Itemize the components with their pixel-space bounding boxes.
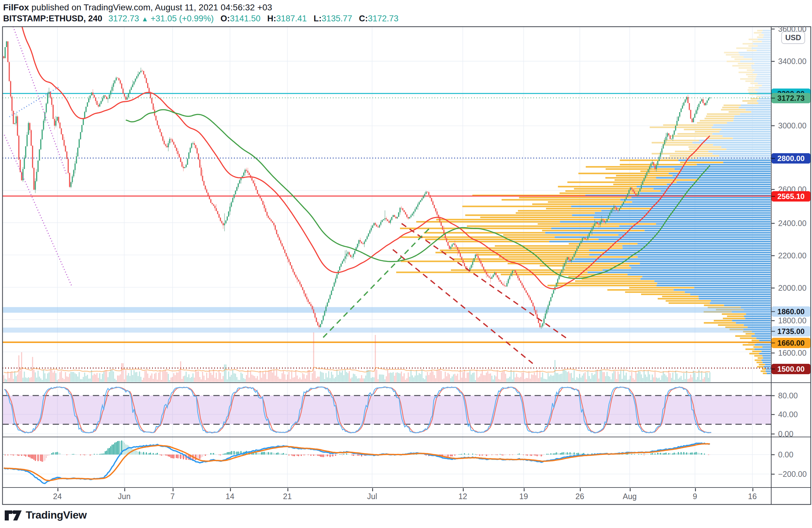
tradingview-published-chart: FilFox published on TradingView.com, Aug… bbox=[0, 0, 812, 528]
stoch-tick-label: 0.00 bbox=[771, 429, 811, 439]
last-price: 3172.73 bbox=[108, 14, 139, 23]
stoch-tick-label: 80.00 bbox=[771, 390, 811, 401]
price-tick-label: 2000.00 bbox=[771, 283, 811, 293]
price-change: +31.05 (+0.99%) bbox=[150, 14, 214, 23]
price-level-badge: 2800.00 bbox=[771, 153, 810, 163]
low-value: 3135.77 bbox=[322, 14, 352, 23]
time-tick-label: 26 bbox=[566, 487, 594, 504]
time-tick-label: 7 bbox=[158, 487, 187, 504]
time-tick-label: 24 bbox=[43, 487, 72, 504]
tradingview-logo-icon bbox=[4, 507, 22, 522]
time-tick-label: 14 bbox=[216, 487, 244, 504]
close-value: 3172.73 bbox=[368, 14, 399, 23]
currency-button[interactable]: USD bbox=[781, 31, 805, 44]
price-tick-label: 1600.00 bbox=[771, 348, 811, 358]
price-tick-label: 3400.00 bbox=[771, 56, 811, 66]
time-tick-label: 9 bbox=[681, 487, 709, 504]
price-tick-label: 2200.00 bbox=[771, 251, 811, 260]
open-value: 3141.50 bbox=[230, 14, 261, 23]
close-label: C: bbox=[359, 14, 368, 23]
open-label: O: bbox=[220, 14, 230, 23]
price-tick-label: 3000.00 bbox=[771, 120, 811, 131]
high-label: H: bbox=[267, 14, 276, 23]
price-tick-label: 1800.00 bbox=[771, 315, 811, 326]
time-tick-label: 12 bbox=[449, 487, 477, 504]
time-tick-label: Aug bbox=[615, 487, 644, 504]
tradingview-logo[interactable]: TradingView bbox=[4, 507, 87, 522]
low-label: L: bbox=[314, 14, 321, 23]
price-level-badge: 1660.00 bbox=[771, 338, 810, 348]
price-level-badge: 3172.73 bbox=[771, 93, 810, 103]
price-level-badge: 1735.00 bbox=[771, 326, 810, 337]
chart-canvas[interactable] bbox=[0, 0, 812, 528]
time-tick-label: 21 bbox=[273, 487, 302, 504]
symbol-legend[interactable]: BITSTAMP:ETHUSD, 240 3172.73 ▲ +31.05 (+… bbox=[3, 14, 398, 24]
stoch-tick-label: 40.00 bbox=[771, 409, 811, 419]
author-name: FilFox bbox=[3, 2, 29, 12]
time-tick-label: Jul bbox=[358, 487, 386, 504]
up-arrow-icon: ▲ bbox=[142, 15, 148, 23]
macd-tick-label: −200.00 bbox=[771, 469, 811, 479]
time-tick-label: 19 bbox=[509, 487, 538, 504]
price-level-badge: 2565.10 bbox=[771, 191, 810, 201]
price-tick-label: 2400.00 bbox=[771, 218, 811, 228]
time-tick-label: 16 bbox=[738, 487, 767, 504]
time-tick-label: Jun bbox=[110, 487, 139, 504]
macd-tick-label: 0.00 bbox=[771, 449, 811, 459]
symbol-name[interactable]: BITSTAMP:ETHUSD, 240 bbox=[3, 14, 102, 23]
tradingview-logo-text: TradingView bbox=[26, 509, 87, 521]
publish-caption: FilFox published on TradingView.com, Aug… bbox=[3, 2, 272, 13]
price-level-badge: 1860.00 bbox=[771, 306, 810, 317]
publish-info: published on TradingView.com, August 11,… bbox=[29, 2, 272, 12]
high-value: 3187.41 bbox=[276, 14, 307, 23]
price-level-badge: 1500.00 bbox=[771, 364, 810, 374]
